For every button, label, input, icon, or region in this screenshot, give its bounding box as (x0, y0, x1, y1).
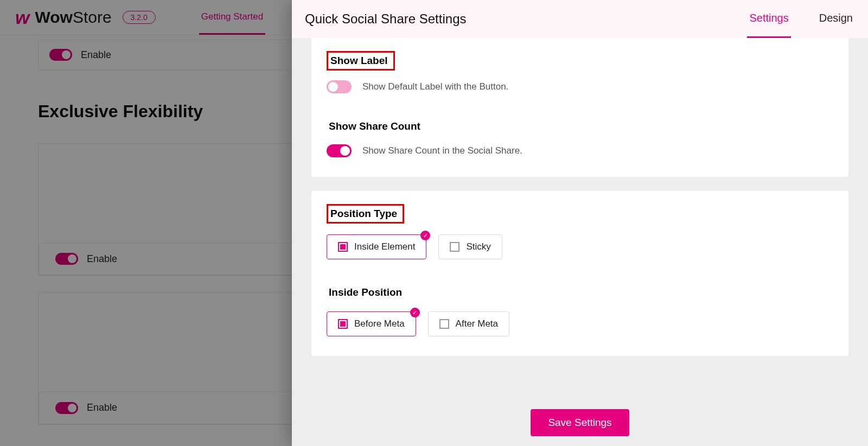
heading-position-type: Position Type (327, 204, 404, 224)
checkbox-icon (439, 319, 449, 329)
check-icon: ✓ (420, 231, 430, 240)
panel-body: Show Label Show Default Label with the B… (292, 38, 868, 399)
save-button[interactable]: Save Settings (531, 409, 629, 436)
desc-show-label: Show Default Label with the Button. (362, 81, 508, 92)
option-label: Before Meta (354, 318, 405, 329)
option-before-meta[interactable]: Before Meta ✓ (327, 311, 416, 336)
section-label-count: Show Label Show Default Label with the B… (311, 38, 848, 177)
checkbox-icon (338, 242, 348, 252)
panel-title: Quick Social Share Settings (305, 11, 466, 27)
panel-footer: Save Settings (292, 399, 868, 446)
section-position: Position Type Inside Element ✓ Sticky In… (311, 191, 848, 356)
option-after-meta[interactable]: After Meta (428, 311, 509, 336)
tab-design[interactable]: Design (817, 0, 855, 38)
heading-show-label: Show Label (327, 51, 395, 71)
checkbox-icon (450, 242, 459, 252)
tab-settings[interactable]: Settings (747, 0, 790, 38)
option-label: Inside Element (354, 241, 415, 252)
option-sticky[interactable]: Sticky (438, 234, 502, 259)
option-label: Sticky (466, 241, 490, 252)
option-inside-element[interactable]: Inside Element ✓ (327, 234, 426, 259)
toggle-show-label[interactable] (327, 80, 352, 93)
inside-position-options: Before Meta ✓ After Meta (327, 311, 833, 336)
option-label: After Meta (456, 318, 498, 329)
position-type-options: Inside Element ✓ Sticky (327, 234, 833, 259)
settings-panel: Quick Social Share Settings Settings Des… (292, 0, 868, 446)
desc-share-count: Show Share Count in the Social Share. (362, 145, 522, 156)
heading-share-count: Show Share Count (327, 118, 426, 135)
panel-header: Quick Social Share Settings Settings Des… (292, 0, 868, 38)
check-icon: ✓ (410, 308, 420, 317)
panel-tabs: Settings Design (747, 0, 855, 38)
heading-inside-position: Inside Position (327, 284, 407, 301)
toggle-share-count[interactable] (327, 144, 352, 157)
checkbox-icon (338, 319, 348, 329)
